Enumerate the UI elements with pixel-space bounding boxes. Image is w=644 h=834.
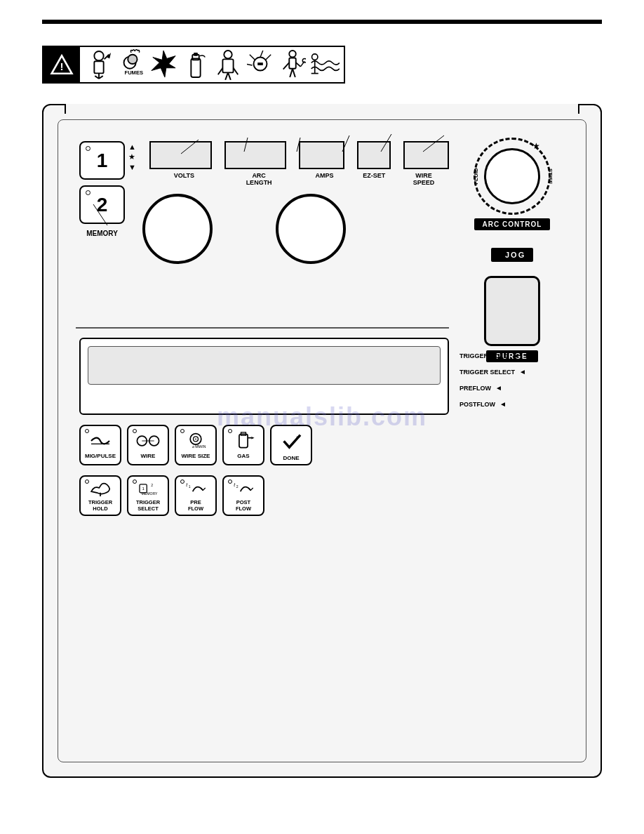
arc-control-area: FLUID STIFF ★ ARC CONTROL: [456, 138, 568, 230]
svg-rect-21: [257, 62, 263, 65]
status-preflow-text: PREFLOW: [459, 385, 491, 392]
btn-trigger-select[interactable]: 1 MEMORY 2 TRIGGERSELECT: [127, 475, 169, 516]
program-area: [79, 338, 449, 415]
top-bar: [42, 20, 602, 24]
sparks-icon: [246, 48, 275, 81]
svg-text:1: 1: [189, 484, 191, 489]
svg-line-27: [293, 69, 295, 77]
svg-text:t: t: [234, 482, 236, 487]
arc-label-stiff: STIFF: [546, 168, 553, 184]
svg-text:!: !: [60, 61, 63, 73]
btn-post-flow-label: POSTFLOW: [236, 499, 251, 512]
explosion-icon: [149, 48, 178, 81]
program-display: [88, 346, 441, 385]
status-trigger-hold-text: TRIGGER HOLD: [459, 352, 508, 359]
divider-horizontal: [76, 327, 449, 329]
arrow-down[interactable]: ▼: [128, 163, 136, 171]
knob-volts[interactable]: [142, 194, 213, 264]
display-arc-length: [224, 141, 287, 169]
indicator-buttons: TRIGGERHOLD 1 MEMORY 2 TRIGGERSELECT: [79, 475, 449, 516]
arc-knob-inner[interactable]: [484, 148, 540, 204]
btn-gas[interactable]: GAS: [222, 425, 264, 465]
status-postflow: POSTFLOW ◄: [459, 400, 568, 408]
main-panel: 1 2 MEMORY ▲ ★ ▼ VOLTS A: [42, 104, 602, 778]
btn-trigger-select-label: TRIGGERSELECT: [136, 499, 160, 512]
display-volts: [149, 141, 212, 169]
memory-label: MEMORY: [79, 230, 125, 237]
arrows-section: ▲ ★ ▼: [128, 143, 136, 171]
btn-wire-dot: [133, 429, 137, 433]
svg-line-24: [283, 62, 290, 70]
arrow-star: ★: [128, 152, 136, 161]
btn-wire-size[interactable]: ⌀ MM/IN WIRE SIZE: [175, 425, 217, 465]
btn-done-label: DONE: [283, 455, 299, 461]
btn-pre-flow-label: PREFLOW: [188, 499, 203, 512]
arc-star: ★: [532, 141, 540, 151]
svg-text:2: 2: [236, 484, 239, 489]
svg-point-2: [94, 51, 103, 60]
svg-point-14: [224, 51, 232, 58]
memory-btn-2[interactable]: 2: [79, 185, 125, 224]
btn-pre-flow[interactable]: t 1 PREFLOW: [175, 475, 217, 516]
mask-icon: [213, 48, 243, 81]
memory-btn-1[interactable]: 1: [79, 141, 125, 180]
warning-icon-box: !: [43, 46, 80, 84]
btn-gas-dot: [228, 429, 232, 433]
btn-gas-label: GAS: [237, 453, 249, 459]
status-labels: TRIGGER HOLD ◄ TRIGGER SELECT ◄ PREFLOW …: [459, 352, 568, 416]
svg-text:FUMES: FUMES: [125, 70, 144, 76]
btn-done[interactable]: DONE: [270, 425, 312, 465]
btn-trigger-select-dot: [133, 479, 137, 484]
svg-line-16: [218, 68, 223, 75]
svg-rect-15: [222, 59, 233, 72]
svg-line-26: [290, 69, 293, 77]
label-arc-length: ARCLENGTH: [224, 172, 294, 186]
btn-mig-pulse-label: MIG/PULSE: [85, 453, 116, 459]
svg-line-17: [234, 68, 239, 75]
btn-trigger-hold-dot: [85, 479, 89, 484]
fumes-icon: FUMES: [116, 48, 146, 81]
svg-point-8: [128, 55, 137, 64]
label-wire-speed: WIRESPEED: [398, 172, 449, 186]
btn-pre-flow-dot: [180, 479, 185, 484]
svg-point-22: [289, 51, 296, 58]
label-ezset: EZ-SET: [355, 172, 393, 179]
label-volts: VOLTS: [149, 172, 219, 179]
arc-knob-container: FLUID STIFF ★: [474, 138, 551, 215]
jog-button[interactable]: JOG: [491, 248, 533, 262]
arrow-up[interactable]: ▲: [128, 143, 136, 151]
status-trigger-select: TRIGGER SELECT ◄: [459, 368, 568, 376]
knob-wire-speed[interactable]: [276, 194, 346, 264]
cylinder-icon: [181, 48, 210, 81]
display-area: VOLTS ARCLENGTH AMPS EZ-SET WIRESPEED: [149, 141, 449, 186]
display-wire-speed: [403, 141, 449, 169]
display-amps: [299, 141, 344, 169]
memory-btn-1-dot: [86, 146, 90, 151]
svg-text:⌀ MM/IN: ⌀ MM/IN: [192, 444, 206, 449]
btn-wire[interactable]: WIRE: [127, 425, 169, 465]
welding-person-icon: [278, 48, 307, 81]
btn-post-flow-dot: [228, 479, 232, 484]
memory-btn-2-dot: [86, 190, 90, 195]
svg-line-18: [225, 72, 228, 79]
purge-area: PURGE: [456, 276, 568, 362]
btn-trigger-hold-label: TRIGGERHOLD: [88, 499, 112, 512]
svg-line-19: [228, 72, 231, 79]
btn-post-flow[interactable]: t 2 POSTFLOW: [222, 475, 264, 516]
btn-wire-size-label: WIRE SIZE: [182, 453, 210, 459]
safety-icons: FUMES: [80, 46, 344, 84]
status-postflow-text: POSTFLOW: [459, 401, 495, 408]
memory-section: 1 2 MEMORY: [79, 141, 135, 237]
svg-point-29: [312, 54, 318, 60]
right-controls: FLUID STIFF ★ ARC CONTROL JOG PURGE: [456, 138, 568, 362]
svg-rect-13: [194, 53, 198, 56]
btn-trigger-hold[interactable]: TRIGGERHOLD: [79, 475, 121, 516]
arc-label-fluid: FLUID: [473, 168, 479, 185]
arc-control-label: ARC CONTROL: [474, 218, 551, 230]
purge-display: [484, 276, 540, 346]
btn-mig-pulse-dot: [85, 429, 89, 433]
btn-mig-pulse[interactable]: MIG/PULSE: [79, 425, 121, 465]
svg-point-37: [195, 438, 196, 439]
svg-text:MEMORY: MEMORY: [142, 491, 159, 496]
waves-icon: [310, 48, 340, 81]
